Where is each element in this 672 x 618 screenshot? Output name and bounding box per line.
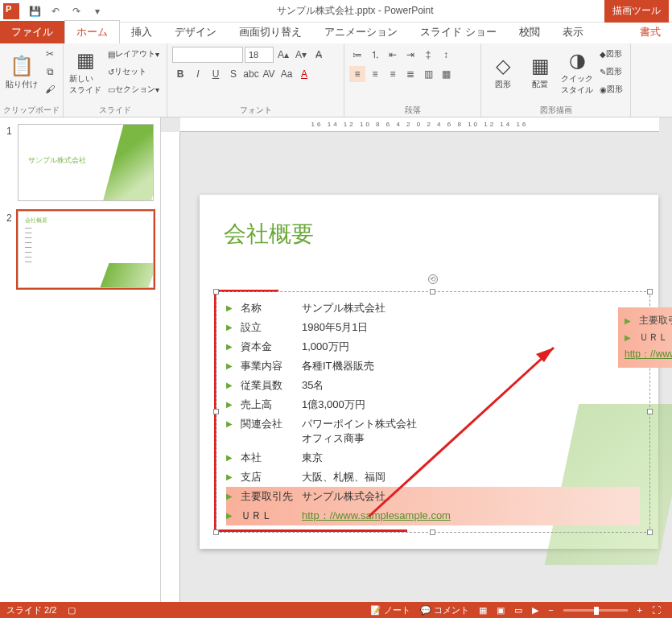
case-icon[interactable]: Aa (278, 66, 295, 82)
quick-styles-button[interactable]: ◑クイック スタイル (560, 46, 594, 99)
status-bar: スライド 2/2 ▢ 📝 ノート 💬 コメント ▦ ▣ ▭ ▶ − + ⛶ (0, 602, 672, 618)
bullet-icon: ▶ (226, 303, 233, 312)
item-value: サンプル株式会社 (302, 301, 640, 315)
resize-handle[interactable] (647, 409, 653, 414)
resize-handle[interactable] (647, 529, 653, 535)
bullet-icon: ▶ (226, 419, 233, 428)
format-painter-icon[interactable]: 🖌 (42, 81, 58, 97)
numbering-icon[interactable]: ⒈ (367, 47, 383, 63)
view-normal-icon[interactable]: ▦ (474, 605, 492, 616)
bullet-icon: ▶ (226, 511, 233, 520)
reset-button[interactable]: ↺ リセット (105, 64, 162, 80)
section-button[interactable]: ▭ セクション ▾ (105, 81, 162, 97)
tab-view[interactable]: 表示 (551, 21, 595, 43)
tab-animations[interactable]: アニメーション (313, 21, 409, 43)
slide-title[interactable]: 会社概要 (224, 219, 314, 249)
underline-icon[interactable]: U (208, 66, 224, 82)
strike-icon[interactable]: S (225, 66, 241, 82)
spacing-icon[interactable]: AV (261, 66, 277, 82)
resize-handle[interactable] (213, 289, 219, 295)
bullet-icon: ▶ (226, 361, 233, 370)
tab-file[interactable]: ファイル (0, 21, 64, 43)
slide[interactable]: 会社概要 ⟲ ▶名称サンプル株式会社▶設立1980年5月1日▶資本金1,000万… (200, 195, 658, 549)
zoom-out-icon[interactable]: − (543, 605, 558, 615)
group-font: 18 A▴ A▾ A̶ B I U S abc AV Aa A フォント (167, 43, 344, 117)
align-right-icon[interactable]: ≡ (385, 66, 401, 82)
slide-indicator: スライド 2/2 (6, 604, 56, 616)
title-bar: 💾 ↶ ↷ ▾ サンプル株式会社.pptx - PowerPoint 描画ツール (0, 0, 672, 23)
spell-check-icon[interactable]: ▢ (68, 605, 76, 616)
ribbon-tabs: ファイル ホーム 挿入 デザイン 画面切り替え アニメーション スライド ショー… (0, 23, 672, 43)
italic-icon[interactable]: I (190, 66, 206, 82)
justify-icon[interactable]: ≣ (402, 66, 418, 82)
bullet-icon: ▶ (226, 453, 233, 462)
tab-format[interactable]: 書式 (629, 21, 672, 43)
list-item[interactable]: ▶名称サンプル株式会社 (226, 299, 640, 318)
shadow-icon[interactable]: abc (243, 66, 259, 82)
fit-icon[interactable]: ⛶ (647, 605, 666, 615)
view-sorter-icon[interactable]: ▣ (492, 605, 509, 616)
shrink-font-icon[interactable]: A▾ (293, 47, 309, 63)
resize-handle[interactable] (430, 529, 435, 535)
layout-button[interactable]: ▤ レイアウト ▾ (105, 46, 162, 62)
shapes-button[interactable]: ◇図形 (486, 46, 520, 99)
line-spacing-icon[interactable]: ‡ (420, 47, 436, 63)
tab-home[interactable]: ホーム (64, 20, 120, 43)
save-icon[interactable]: 💾 (26, 2, 43, 20)
new-slide-button[interactable]: ▦新しい スライド (68, 46, 102, 99)
resize-handle[interactable] (647, 289, 653, 295)
indent-inc-icon[interactable]: ⇥ (402, 47, 418, 63)
arrange-button[interactable]: ▦配置 (523, 46, 557, 99)
cut-icon[interactable]: ✂ (42, 46, 58, 62)
align-left-icon[interactable]: ≡ (349, 66, 365, 82)
resize-handle[interactable] (213, 529, 219, 535)
shape-fill-button[interactable]: ◆ 図形 (597, 46, 625, 62)
resize-handle[interactable] (430, 289, 435, 295)
indent-dec-icon[interactable]: ⇤ (385, 47, 401, 63)
tab-insert[interactable]: 挿入 (120, 21, 163, 43)
font-size-combo[interactable]: 18 (245, 47, 274, 63)
start-show-icon[interactable]: ▾ (89, 2, 106, 20)
clear-format-icon[interactable]: A̶ (311, 47, 327, 63)
view-reading-icon[interactable]: ▭ (509, 605, 527, 616)
notes-button[interactable]: 📝 ノート (365, 604, 415, 616)
comments-button[interactable]: 💬 コメント (415, 604, 474, 616)
grow-font-icon[interactable]: A▴ (275, 47, 291, 63)
tab-slideshow[interactable]: スライド ショー (409, 21, 508, 43)
shape-effects-button[interactable]: ◉ 図形 (597, 81, 625, 97)
rotate-handle[interactable]: ⟲ (428, 274, 438, 284)
copy-icon[interactable]: ⧉ (42, 64, 58, 80)
paste-button[interactable]: 📋貼り付け (5, 46, 39, 99)
align-center-icon[interactable]: ≡ (367, 66, 383, 82)
bullet-icon: ▶ (226, 492, 233, 501)
ruler-horizontal: 16 14 12 10 8 6 4 2 0 2 4 6 8 10 12 14 1… (180, 117, 659, 132)
tab-design[interactable]: デザイン (163, 21, 228, 43)
contextual-tab-group: 描画ツール (604, 0, 669, 23)
columns-icon[interactable]: ▥ (420, 66, 436, 82)
thumbnail-1[interactable]: 1 サンプル株式会社 (6, 124, 154, 201)
slide-canvas: 16 14 12 10 8 6 4 2 0 2 4 6 8 10 12 14 1… (161, 117, 672, 602)
bullets-icon[interactable]: ≔ (349, 47, 365, 63)
zoom-slider[interactable] (563, 609, 628, 612)
smartart-icon[interactable]: ▦ (438, 66, 454, 82)
thumbnail-2[interactable]: 2 会社概要 ━━━━━━━━━━━━━━━━━━━━━━━━━━━━━━━━ (6, 211, 154, 288)
redo-icon[interactable]: ↷ (68, 2, 85, 20)
undo-icon[interactable]: ↶ (47, 2, 64, 20)
zoom-in-icon[interactable]: + (633, 605, 647, 615)
tab-transitions[interactable]: 画面切り替え (228, 21, 313, 43)
font-family-combo[interactable] (172, 47, 243, 63)
text-direction-icon[interactable]: ↕ (438, 47, 454, 63)
bold-icon[interactable]: B (172, 66, 188, 82)
resize-handle[interactable] (213, 409, 219, 414)
quick-access-toolbar: 💾 ↶ ↷ ▾ (3, 2, 106, 20)
ruler-vertical (161, 132, 180, 602)
view-slideshow-icon[interactable]: ▶ (527, 605, 543, 616)
list-item[interactable]: ▶設立1980年5月1日 (226, 318, 640, 337)
shape-outline-button[interactable]: ✎ 図形 (597, 64, 625, 80)
item-value: 1980年5月1日 (302, 320, 640, 335)
font-color-icon[interactable]: A (296, 66, 312, 82)
item-label: 支店 (241, 470, 294, 484)
tab-review[interactable]: 校閲 (508, 21, 551, 43)
item-label: 設立 (241, 320, 294, 335)
item-label: 関連会社 (241, 417, 294, 431)
